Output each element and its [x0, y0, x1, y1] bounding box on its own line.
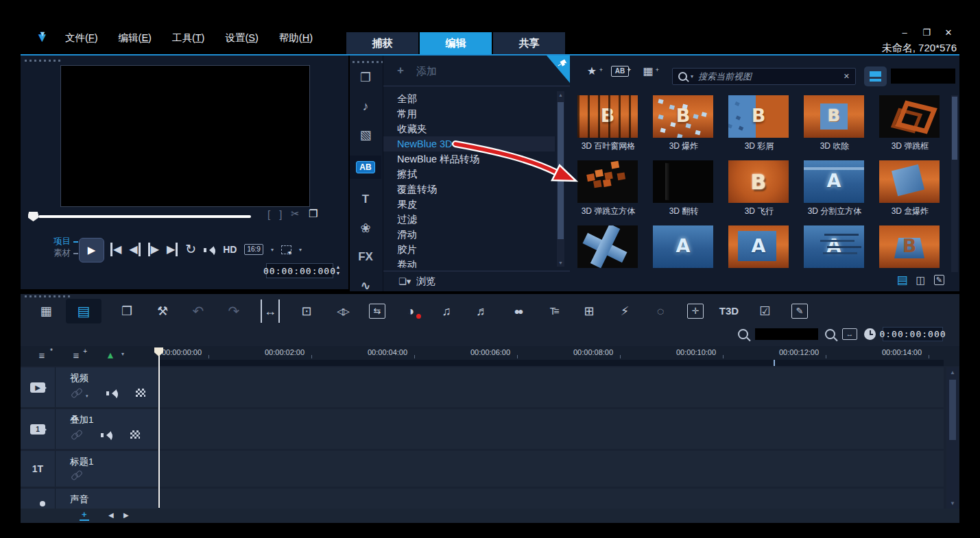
record-capture-icon[interactable]: ❐	[111, 298, 143, 324]
transition-thumbnail[interactable]	[577, 160, 638, 203]
audio-library-icon[interactable]: ♪	[350, 98, 381, 114]
fit-project-icon[interactable]: ⊡	[291, 298, 322, 324]
prev-frame-button[interactable]: ◀	[129, 243, 140, 256]
menu-help[interactable]: 帮助(H)	[279, 32, 313, 45]
beat-marker-icon[interactable]: ♫	[431, 298, 462, 324]
selection-tool-icon[interactable]: ➤	[281, 245, 291, 254]
restore-button[interactable]: ❐	[921, 27, 932, 38]
minimize-button[interactable]: –	[899, 27, 910, 38]
timeline-view-icon[interactable]: ▤	[66, 299, 101, 323]
timeline-zoom-slider[interactable]	[755, 328, 818, 340]
category-filter[interactable]: 过滤	[383, 212, 555, 227]
tools-icon[interactable]: ⚒	[147, 298, 178, 324]
batch-convert-icon[interactable]: ☑	[749, 298, 780, 324]
track-header[interactable]: 1 叠加1 ▾	[21, 409, 158, 449]
category-slide[interactable]: 滑动	[383, 227, 555, 242]
track-motion-icon[interactable]: ✛	[687, 304, 704, 319]
track-header[interactable]: 声音 ▾	[21, 489, 158, 509]
tab-capture[interactable]: 捕获	[346, 32, 418, 54]
zoom-in-icon[interactable]	[825, 329, 835, 339]
menu-tools[interactable]: 工具(T)	[172, 32, 205, 45]
transition-thumbnail[interactable]: A	[653, 225, 713, 268]
category-scrollbar[interactable]: ▲ ▼	[557, 91, 564, 267]
enlarge-preview-icon[interactable]: ❐	[309, 208, 318, 220]
edit-pencil-icon[interactable]: ✎	[934, 275, 944, 285]
color-grade-icon[interactable]: ◑	[395, 298, 427, 324]
media-library-icon[interactable]: ❐	[350, 69, 381, 86]
marker-strip[interactable]	[159, 360, 944, 366]
play-button[interactable]: ▶	[79, 238, 104, 262]
mark-out-icon[interactable]: ]	[279, 208, 282, 220]
search-box[interactable]: ▾ ✕	[672, 68, 856, 85]
transition-thumbnail[interactable]: A	[804, 160, 864, 203]
track-content[interactable]	[159, 409, 944, 449]
track-content[interactable]	[159, 451, 944, 487]
category-newblue-3d[interactable]: NewBlue 3D	[383, 136, 555, 151]
split-screen-icon[interactable]: ⊞	[573, 298, 605, 324]
link-icon[interactable]	[71, 389, 83, 397]
transition-batch-icon[interactable]: ●●	[502, 298, 534, 324]
chevron-down-icon[interactable]: ▾	[299, 247, 302, 253]
panel-drag-handle[interactable]	[352, 61, 384, 63]
track-manager-icon[interactable]: ≡*	[34, 350, 49, 361]
transition-thumbnail[interactable]: B	[728, 95, 789, 138]
transition-library-icon[interactable]: AB	[350, 156, 381, 179]
track-header[interactable]: 1T 标题1 ▾	[21, 451, 158, 487]
audio-film-icon[interactable]: ♬	[466, 298, 498, 324]
aspect-ratio-select[interactable]: 16:9	[244, 244, 263, 255]
graphic-library-icon[interactable]: ❀	[350, 220, 381, 236]
instant-project-icon[interactable]: ▧	[350, 127, 381, 143]
mute-icon[interactable]	[106, 389, 118, 398]
preview-timecode[interactable]: 00:00:00:000	[266, 263, 333, 278]
add-cue-button[interactable]: +	[80, 510, 89, 521]
hd-toggle[interactable]: HD	[223, 244, 237, 255]
storyboard-view-icon[interactable]: ▦	[30, 298, 62, 324]
redo-icon[interactable]: ↷	[218, 298, 250, 324]
timeline-timecode[interactable]: 0:00:00:000	[883, 327, 943, 341]
transparency-icon[interactable]	[130, 430, 140, 439]
plus-icon[interactable]: +	[397, 64, 404, 77]
track-content[interactable]	[159, 367, 944, 407]
view-toggle-button[interactable]	[864, 66, 887, 86]
transition-thumbnail[interactable]: B	[577, 95, 638, 138]
link-icon[interactable]	[71, 430, 83, 439]
fit-timeline-icon[interactable]: ↔	[842, 328, 857, 340]
scroll-right-icon[interactable]: ▶	[123, 511, 129, 519]
tab-edit[interactable]: 编辑	[420, 32, 492, 54]
motion-tracking-icon[interactable]: ⚡	[609, 298, 641, 324]
transition-thumbnail[interactable]	[653, 160, 713, 203]
zoom-out-icon[interactable]	[738, 329, 748, 339]
mode-project[interactable]: 项目	[53, 236, 78, 247]
add-category-label[interactable]: 添加	[416, 65, 437, 78]
library-view-icon[interactable]: ▤	[897, 273, 908, 287]
scrubber-handle[interactable]	[28, 212, 38, 221]
repeat-button[interactable]: ↻	[185, 243, 196, 256]
browse-button[interactable]: ❏▾ 浏览	[383, 271, 570, 291]
category-all[interactable]: 全部	[383, 91, 555, 106]
category-overlap[interactable]: 覆盖转场	[383, 182, 555, 197]
import-transition-icon[interactable]: ▦+	[640, 64, 656, 79]
motion-path-icon[interactable]: ∿	[350, 278, 381, 294]
scrubber-track[interactable]	[38, 215, 251, 218]
menu-settings[interactable]: 设置(S)	[225, 32, 258, 45]
panel-drag-handle[interactable]	[25, 60, 60, 62]
go-end-button[interactable]: ▶	[167, 243, 178, 256]
compare-view-icon[interactable]: ◫	[916, 274, 926, 286]
transition-thumbnail[interactable]: A	[728, 225, 789, 268]
category-newblue-samples[interactable]: NewBlue 样品转场	[383, 151, 555, 167]
subtitle-editor-icon[interactable]: T≡	[538, 298, 569, 324]
ripple-edit-icon[interactable]: ↔	[261, 299, 280, 323]
split-scissors-icon[interactable]: ✂	[291, 208, 300, 220]
scroll-left-icon[interactable]: ◀	[108, 511, 114, 519]
track-content[interactable]	[159, 489, 944, 509]
transition-thumbnail[interactable]	[879, 160, 940, 203]
search-input[interactable]	[697, 71, 840, 82]
tab-share[interactable]: 共享	[493, 32, 565, 54]
undo-icon[interactable]: ↶	[182, 298, 214, 324]
title-3d-icon[interactable]: T3D	[713, 298, 745, 324]
add-track-icon[interactable]: ≡+	[69, 350, 84, 361]
volume-icon[interactable]	[204, 245, 215, 254]
add-favorite-icon[interactable]: ★+	[584, 64, 600, 79]
duration-clock-icon[interactable]	[864, 328, 876, 340]
grid-scrollbar[interactable]	[951, 95, 958, 272]
